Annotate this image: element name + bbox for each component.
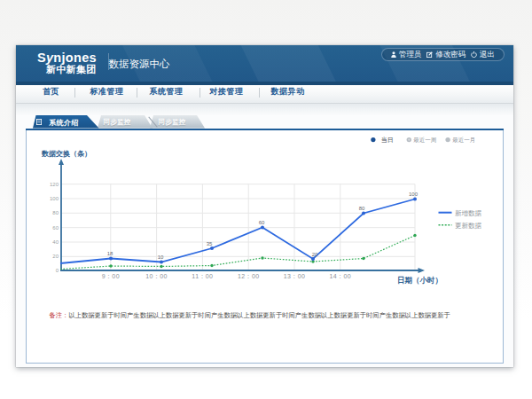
svg-text:最近一周: 最近一周 bbox=[413, 137, 436, 143]
svg-text:80: 80 bbox=[359, 206, 365, 211]
svg-text:更新数据: 更新数据 bbox=[455, 222, 482, 230]
svg-text:9：00: 9：00 bbox=[102, 273, 120, 279]
svg-text:11：00: 11：00 bbox=[192, 273, 213, 279]
svg-text:13：00: 13：00 bbox=[284, 273, 306, 279]
svg-text:0: 0 bbox=[56, 268, 59, 273]
svg-text:数据交换（条）: 数据交换（条） bbox=[41, 150, 91, 158]
svg-text:12：00: 12：00 bbox=[238, 273, 260, 279]
svg-text:60: 60 bbox=[259, 220, 265, 225]
svg-text:新增数据: 新增数据 bbox=[455, 209, 482, 217]
svg-text:最近一月: 最近一月 bbox=[452, 137, 475, 144]
svg-text:60: 60 bbox=[52, 225, 59, 231]
svg-text:14：00: 14：00 bbox=[330, 273, 352, 279]
svg-text:20: 20 bbox=[52, 254, 59, 259]
svg-text:100: 100 bbox=[50, 196, 59, 201]
svg-text:120: 120 bbox=[50, 182, 59, 187]
svg-text:10：00: 10：00 bbox=[145, 273, 168, 279]
svg-text:80: 80 bbox=[52, 210, 59, 215]
svg-text:当日: 当日 bbox=[381, 137, 394, 144]
svg-text:10: 10 bbox=[158, 254, 164, 260]
svg-text:100: 100 bbox=[409, 192, 419, 197]
svg-text:日期（小时）: 日期（小时） bbox=[397, 276, 442, 285]
svg-text:40: 40 bbox=[52, 239, 59, 245]
svg-text:20: 20 bbox=[312, 252, 318, 257]
svg-text:18: 18 bbox=[107, 251, 113, 256]
svg-text:35: 35 bbox=[207, 241, 213, 246]
